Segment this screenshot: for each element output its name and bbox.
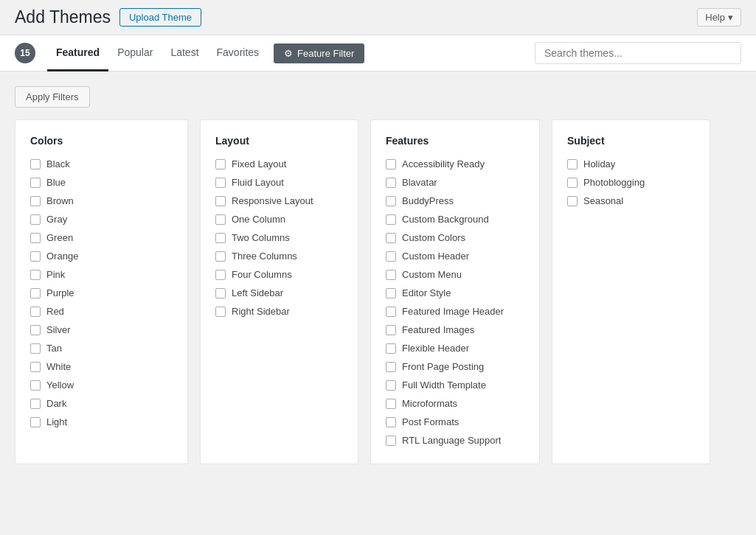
filter-item[interactable]: White <box>30 361 173 372</box>
checkbox-seasonal[interactable] <box>567 196 578 206</box>
checkbox-left-sidebar[interactable] <box>215 288 226 298</box>
filter-item[interactable]: Brown <box>30 195 173 206</box>
checkbox-dark[interactable] <box>30 399 41 409</box>
checkbox-white[interactable] <box>30 362 41 372</box>
filter-item[interactable]: Featured Image Header <box>386 306 524 317</box>
checkbox-responsive-layout[interactable] <box>215 196 226 206</box>
filter-item[interactable]: Flexible Header <box>386 343 524 354</box>
checkbox-post-formats[interactable] <box>386 417 396 427</box>
search-input[interactable] <box>535 42 741 64</box>
checkbox-editor-style[interactable] <box>386 288 396 298</box>
tab-favorites[interactable]: Favorites <box>208 35 268 71</box>
filter-item[interactable]: Blue <box>30 177 173 188</box>
filter-item[interactable]: Right Sidebar <box>215 306 343 317</box>
filter-item[interactable]: Silver <box>30 324 173 335</box>
checkbox-pink[interactable] <box>30 270 41 280</box>
filter-item[interactable]: Two Columns <box>215 232 343 243</box>
checkbox-custom-header[interactable] <box>386 251 396 262</box>
checkbox-one-column[interactable] <box>215 214 226 225</box>
filter-item[interactable]: Gray <box>30 214 173 225</box>
filter-item[interactable]: Green <box>30 232 173 243</box>
filter-item[interactable]: Light <box>30 416 173 427</box>
checkbox-purple[interactable] <box>30 288 41 298</box>
checkbox-light[interactable] <box>30 417 41 427</box>
filter-item[interactable]: Microformats <box>386 398 524 409</box>
checkbox-red[interactable] <box>30 307 41 317</box>
filter-item[interactable]: BuddyPress <box>386 195 524 206</box>
checkbox-front-page-posting[interactable] <box>386 362 396 372</box>
checkbox-featured-image-header[interactable] <box>386 307 396 317</box>
checkbox-fixed-layout[interactable] <box>215 159 226 169</box>
filter-item[interactable]: Pink <box>30 269 173 280</box>
checkbox-custom-background[interactable] <box>386 214 396 225</box>
checkbox-accessibility-ready[interactable] <box>386 159 396 169</box>
filter-item[interactable]: Holiday <box>567 158 695 169</box>
checkbox-blavatar[interactable] <box>386 178 396 188</box>
filter-item[interactable]: Three Columns <box>215 251 343 262</box>
checkbox-brown[interactable] <box>30 196 41 206</box>
filter-item[interactable]: Black <box>30 158 173 169</box>
filter-item[interactable]: Purple <box>30 287 173 298</box>
checkbox-green[interactable] <box>30 233 41 243</box>
filter-item[interactable]: Custom Header <box>386 251 524 262</box>
filter-item[interactable]: Custom Colors <box>386 232 524 243</box>
checkbox-rtl-language-support[interactable] <box>386 436 396 446</box>
checkbox-tan[interactable] <box>30 343 41 354</box>
label-three-columns: Three Columns <box>232 251 297 262</box>
label-blue: Blue <box>46 177 66 188</box>
checkbox-gray[interactable] <box>30 214 41 225</box>
filter-item[interactable]: Accessibility Ready <box>386 158 524 169</box>
checkbox-blue[interactable] <box>30 178 41 188</box>
filter-item[interactable]: Orange <box>30 251 173 262</box>
tab-featured[interactable]: Featured <box>47 35 108 71</box>
checkbox-flexible-header[interactable] <box>386 343 396 354</box>
filter-item[interactable]: Front Page Posting <box>386 361 524 372</box>
checkbox-yellow[interactable] <box>30 380 41 391</box>
label-dark: Dark <box>46 398 66 409</box>
filter-item[interactable]: Featured Images <box>386 324 524 335</box>
checkbox-orange[interactable] <box>30 251 41 262</box>
filter-item[interactable]: Four Columns <box>215 269 343 280</box>
checkbox-right-sidebar[interactable] <box>215 307 226 317</box>
checkbox-full-width-template[interactable] <box>386 380 396 391</box>
apply-filters-button[interactable]: Apply Filters <box>15 86 90 108</box>
label-gray: Gray <box>46 214 67 225</box>
filter-item[interactable]: Responsive Layout <box>215 195 343 206</box>
checkbox-black[interactable] <box>30 159 41 169</box>
filter-item[interactable]: Post Formats <box>386 416 524 427</box>
checkbox-holiday[interactable] <box>567 159 578 169</box>
label-seasonal: Seasonal <box>583 195 623 206</box>
checkbox-featured-images[interactable] <box>386 325 396 335</box>
filter-item[interactable]: Left Sidebar <box>215 287 343 298</box>
filter-item[interactable]: Custom Menu <box>386 269 524 280</box>
feature-filter-button[interactable]: ⚙ Feature Filter <box>274 43 364 63</box>
filter-item[interactable]: Editor Style <box>386 287 524 298</box>
checkbox-custom-colors[interactable] <box>386 233 396 243</box>
checkbox-two-columns[interactable] <box>215 233 226 243</box>
filter-item[interactable]: Tan <box>30 343 173 354</box>
filter-item[interactable]: Custom Background <box>386 214 524 225</box>
filter-item[interactable]: Red <box>30 306 173 317</box>
checkbox-silver[interactable] <box>30 325 41 335</box>
filter-item[interactable]: Photoblogging <box>567 177 695 188</box>
checkbox-microformats[interactable] <box>386 399 396 409</box>
checkbox-custom-menu[interactable] <box>386 270 396 280</box>
filter-item[interactable]: Full Width Template <box>386 380 524 391</box>
filter-item[interactable]: Fluid Layout <box>215 177 343 188</box>
filter-item[interactable]: One Column <box>215 214 343 225</box>
filter-item[interactable]: Seasonal <box>567 195 695 206</box>
checkbox-fluid-layout[interactable] <box>215 178 226 188</box>
tab-latest[interactable]: Latest <box>162 35 207 71</box>
checkbox-three-columns[interactable] <box>215 251 226 262</box>
filter-item[interactable]: Fixed Layout <box>215 158 343 169</box>
checkbox-buddypress[interactable] <box>386 196 396 206</box>
help-button[interactable]: Help ▾ <box>697 8 741 27</box>
filter-item[interactable]: Blavatar <box>386 177 524 188</box>
checkbox-photoblogging[interactable] <box>567 178 578 188</box>
filter-item[interactable]: Yellow <box>30 380 173 391</box>
tab-popular[interactable]: Popular <box>108 35 162 71</box>
upload-theme-button[interactable]: Upload Theme <box>119 8 201 27</box>
filter-item[interactable]: Dark <box>30 398 173 409</box>
filter-item[interactable]: RTL Language Support <box>386 435 524 446</box>
checkbox-four-columns[interactable] <box>215 270 226 280</box>
